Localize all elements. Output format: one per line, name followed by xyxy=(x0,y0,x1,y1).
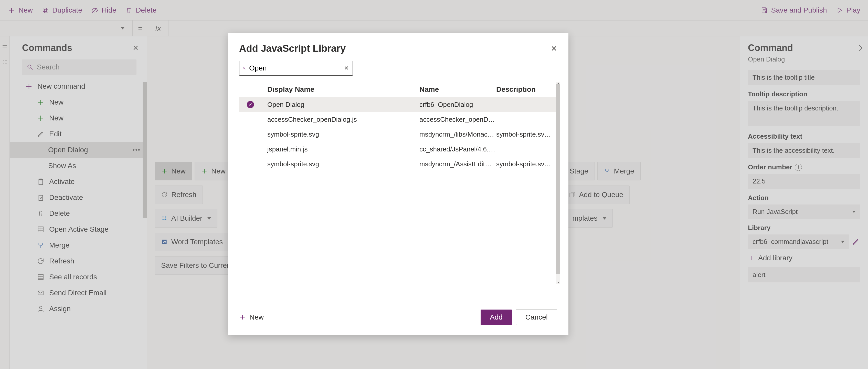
row-name: cc_shared/JsPanel/4.6.0/… xyxy=(420,145,496,153)
dialog-search[interactable]: ✕ xyxy=(239,61,353,76)
scrollbar-thumb[interactable] xyxy=(556,84,560,274)
library-row[interactable]: ✓Open Dialogcrfb6_OpenDialog xyxy=(239,97,557,112)
add-js-library-dialog: Add JavaScript Library ✕ ✕ ▴ ▾ Display N… xyxy=(228,33,568,335)
close-icon[interactable]: ✕ xyxy=(551,44,557,53)
col-name[interactable]: Name xyxy=(420,85,496,93)
row-name: crfb6_OpenDialog xyxy=(420,101,496,109)
new-label: New xyxy=(249,313,264,321)
plus-icon xyxy=(239,314,246,320)
row-display: Open Dialog xyxy=(267,101,420,109)
row-name: accessChecker_openDial… xyxy=(420,116,496,123)
row-desc: symbol-sprite.sv… xyxy=(496,131,557,138)
library-row[interactable]: accessChecker_openDialog.jsaccessChecker… xyxy=(239,112,557,127)
row-display: accessChecker_openDialog.js xyxy=(267,116,420,123)
check-icon: ✓ xyxy=(247,101,254,108)
row-display: symbol-sprite.svg xyxy=(267,160,420,168)
col-display-name[interactable]: Display Name xyxy=(267,85,420,93)
search-icon xyxy=(243,65,246,72)
new-library-button[interactable]: New xyxy=(239,313,264,321)
library-row[interactable]: jspanel.min.jscc_shared/JsPanel/4.6.0/… xyxy=(239,142,557,157)
scrollbar[interactable]: ▴ ▾ xyxy=(556,82,560,284)
library-row[interactable]: symbol-sprite.svgmsdyncrm_/AssistEditCo…… xyxy=(239,157,557,171)
dialog-search-input[interactable] xyxy=(249,64,341,72)
row-display: symbol-sprite.svg xyxy=(267,131,420,138)
dialog-title: Add JavaScript Library xyxy=(239,43,557,54)
row-name: msdyncrm_/libs/Monaco… xyxy=(420,131,496,138)
col-description[interactable]: Description xyxy=(496,85,557,93)
row-check[interactable]: ✓ xyxy=(247,101,267,108)
table-header: Display Name Name Description xyxy=(239,82,557,97)
svg-line-21 xyxy=(245,69,246,69)
row-name: msdyncrm_/AssistEditCo… xyxy=(420,160,496,168)
clear-icon[interactable]: ✕ xyxy=(344,64,349,72)
library-row[interactable]: symbol-sprite.svgmsdyncrm_/libs/Monaco…s… xyxy=(239,127,557,142)
svg-point-20 xyxy=(244,67,245,69)
cancel-button[interactable]: Cancel xyxy=(516,310,557,325)
add-button[interactable]: Add xyxy=(480,310,512,325)
row-desc: symbol-sprite.sv… xyxy=(496,160,557,168)
row-display: jspanel.min.js xyxy=(267,145,420,153)
